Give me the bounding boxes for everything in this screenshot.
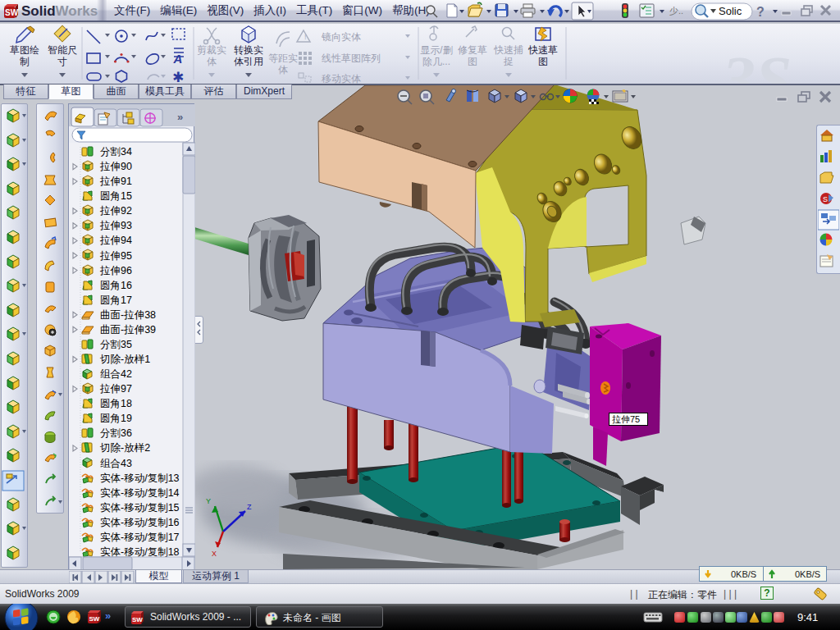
svg-text:ЗS: ЗS (721, 43, 792, 84)
svg-text:拉伸95: 拉伸95 (99, 250, 132, 262)
svg-text:实体-移动/复制17: 实体-移动/复制17 (100, 532, 180, 543)
svg-text:S: S (823, 195, 828, 203)
svg-text:Solic: Solic (719, 5, 742, 17)
svg-text:草图绘: 草图绘 (10, 44, 39, 56)
svg-text:转换实: 转换实 (234, 44, 263, 56)
svg-text:分割35: 分割35 (100, 339, 132, 350)
svg-text:捉: 捉 (503, 56, 514, 67)
svg-text:剪裁实: 剪裁实 (197, 44, 226, 56)
svg-text:拉伸91: 拉伸91 (99, 176, 132, 187)
svg-text:体引用: 体引用 (234, 56, 263, 67)
svg-text:组合43: 组合43 (100, 458, 132, 469)
svg-text:镜向实体: 镜向实体 (321, 31, 361, 43)
svg-text:SW: SW (89, 615, 100, 623)
svg-text:圆角18: 圆角18 (100, 398, 132, 409)
svg-text:拉伸93: 拉伸93 (99, 220, 132, 231)
svg-text:分割34: 分割34 (100, 146, 132, 158)
svg-text:修复草: 修复草 (458, 44, 487, 56)
svg-text:A: A (173, 52, 183, 66)
svg-text:曲面-拉伸39: 曲面-拉伸39 (100, 324, 156, 336)
svg-text:切除-放样2: 切除-放样2 (99, 442, 150, 454)
svg-text:组合42: 组合42 (100, 368, 132, 380)
svg-text:快速捕: 快速捕 (493, 44, 523, 56)
svg-text:体: 体 (207, 56, 217, 67)
svg-text:寸: 寸 (57, 56, 67, 67)
svg-text:切除-放样1: 切除-放样1 (99, 354, 150, 365)
svg-text:智能尺: 智能尺 (48, 44, 77, 56)
svg-text:少..: 少.. (669, 6, 683, 16)
svg-text:圆角19: 圆角19 (100, 413, 132, 424)
svg-text:?: ? (756, 5, 765, 19)
svg-text:拉伸96: 拉伸96 (99, 265, 132, 276)
svg-text:✱: ✱ (172, 70, 184, 84)
svg-text:Z: Z (247, 503, 252, 511)
svg-text:实体-移动/复制15: 实体-移动/复制15 (100, 502, 180, 514)
svg-text:实体-移动/复制18: 实体-移动/复制18 (100, 546, 180, 558)
svg-text:»: » (177, 111, 183, 123)
svg-text:实体-移动/复制14: 实体-移动/复制14 (100, 487, 180, 499)
svg-text:制: 制 (20, 56, 30, 67)
svg-text:»: » (105, 610, 111, 622)
svg-text:圆角16: 圆角16 (100, 280, 132, 291)
svg-text:图: 图 (538, 56, 548, 67)
svg-text:圆角15: 圆角15 (100, 190, 132, 202)
svg-text:!: ! (304, 33, 307, 41)
svg-text:实体-移动/复制16: 实体-移动/复制16 (100, 517, 180, 528)
svg-text:除几...: 除几... (422, 56, 450, 67)
svg-text:Y: Y (206, 497, 211, 505)
svg-text:SW: SW (5, 8, 19, 17)
svg-text:显示/删: 显示/删 (420, 44, 452, 56)
svg-text:拉伸92: 拉伸92 (99, 205, 132, 217)
svg-text:SW: SW (132, 616, 143, 623)
svg-text:拉伸97: 拉伸97 (99, 383, 132, 395)
svg-text:移动实体: 移动实体 (322, 73, 361, 84)
svg-text:拉伸94: 拉伸94 (99, 235, 132, 246)
svg-text:X: X (212, 550, 217, 558)
svg-text:实体-移动/复制13: 实体-移动/复制13 (100, 472, 180, 484)
svg-text:快速草: 快速草 (527, 44, 558, 56)
svg-text:拉伸90: 拉伸90 (99, 161, 132, 172)
svg-text:体: 体 (278, 64, 288, 75)
svg-text:分割36: 分割36 (100, 427, 132, 439)
svg-text:曲面-拉伸38: 曲面-拉伸38 (100, 309, 156, 321)
svg-text:线性草图阵列: 线性草图阵列 (322, 52, 381, 64)
svg-text:圆角17: 圆角17 (100, 294, 132, 306)
svg-text:图: 图 (468, 56, 477, 67)
svg-text:等距实: 等距实 (268, 52, 298, 64)
